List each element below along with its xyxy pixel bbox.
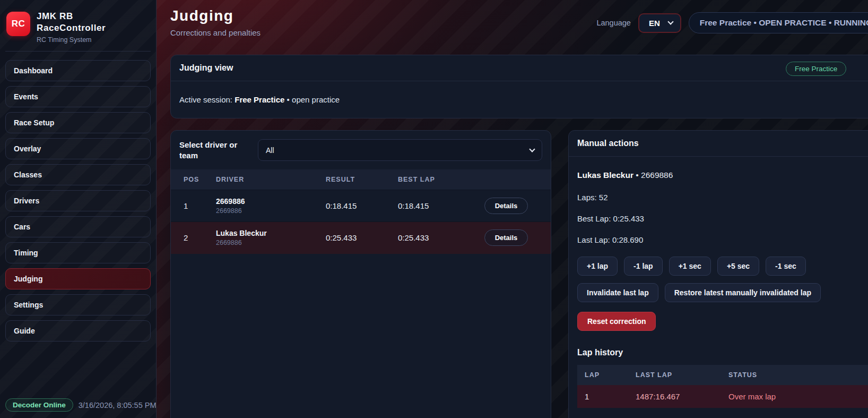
driver-filter-select[interactable]: All [258,139,542,161]
judging-view-card: Judging view Free Practice Active sessio… [170,55,868,118]
sidebar-item-dashboard[interactable]: Dashboard [5,60,151,81]
app-title-block: JMK RB RaceController RC Timing System [37,11,106,44]
sidebar-item-cars[interactable]: Cars [5,216,151,237]
lap-validity-buttons-row: Invalidate last lap Restore latest manua… [577,283,868,302]
driver-filter-value: All [266,146,274,155]
manual-actions-header: Manual actions [569,131,868,157]
reset-correction-button[interactable]: Reset correction [577,312,656,331]
driver-table-body: 1266988626698860:18.4150:18.415Details2L… [171,190,551,254]
app-logo-row: RC JMK RB RaceController RC Timing Syste… [5,10,151,52]
sidebar-item-drivers[interactable]: Drivers [5,190,151,211]
active-session-suffix: • open practice [284,95,340,104]
driver-pos-cell: 1 [171,190,211,222]
manual-actions-body: Lukas Bleckur • 2669886 Laps: 52 Best La… [569,157,868,416]
chevron-down-icon [667,19,673,24]
language-select[interactable]: EN [638,13,681,33]
app-root: RC JMK RB RaceController RC Timing Syste… [0,0,868,418]
lap-history-header-last-lap: LAST LAP [630,365,723,385]
driver-action-cell: Details [472,190,551,222]
active-session-prefix: Active session: [179,95,235,104]
clock-timestamp: 3/16/2026, 8:05:55 PM [79,401,157,410]
driver-table-header-driver: DRIVER [211,169,320,190]
lap-history-title: Lap history [577,348,868,357]
sidebar-item-timing[interactable]: Timing [5,242,151,263]
laps-stat: Laps: 52 [577,193,868,202]
chevron-down-icon [529,146,535,152]
lap-time-cell: 1487:16.467 [630,385,723,408]
driver-best-lap-cell: 0:18.415 [393,190,472,222]
driver-name: Lukas Bleckur [216,229,315,237]
manual-actions-title: Manual actions [577,139,639,148]
driver-name-cell: 26698862669886 [211,190,320,222]
lap-history-header-status: STATUS [723,365,868,385]
driver-result-cell: 0:18.415 [320,190,393,222]
lap-history-header-row: LAPLAST LAPSTATUS [577,365,868,385]
adjust-button-1-lap[interactable]: -1 lap [624,257,663,276]
lap-number-cell: 1 [577,385,630,408]
details-button[interactable]: Details [484,229,528,246]
sidebar-item-classes[interactable]: Classes [5,164,151,185]
sidebar-item-judging[interactable]: Judging [5,268,151,289]
driver-transponder-id: 2669886 [216,239,315,246]
sidebar-item-race-setup[interactable]: Race Setup [5,112,151,133]
app-logo-icon: RC [6,12,30,36]
driver-best-lap-cell: 0:25.433 [393,222,472,254]
adjust-buttons-row: +1 lap-1 lap+1 sec+5 sec-1 sec [577,257,868,276]
driver-table-row: 2Lukas Bleckur26698860:25.4330:25.433Det… [171,222,551,254]
driver-action-cell: Details [472,222,551,254]
sidebar: RC JMK RB RaceController RC Timing Syste… [0,0,157,418]
adjust-button-1-sec[interactable]: -1 sec [766,257,806,276]
lap-history-row: 11487:16.467Over max lap [577,385,868,408]
page-title-block: Judging Corrections and penalties [170,7,261,37]
driver-table-row: 1266988626698860:18.4150:18.415Details [171,190,551,222]
main-area: Judging Corrections and penalties Langua… [157,0,868,418]
selected-driver-id: 2669886 [641,170,673,180]
selected-driver-line: Lukas Bleckur • 2669886 [577,170,868,180]
language-select-value: EN [649,19,660,28]
driver-table-header-row: POSDRIVERRESULTBEST LAP [171,169,551,190]
page-title: Judging [170,7,261,24]
restore-invalidated-lap-button[interactable]: Restore latest manually invalidated lap [665,283,821,302]
driver-name: 2669886 [216,197,315,206]
driver-result-cell: 0:25.433 [320,222,393,254]
judging-view-title: Judging view [179,63,233,72]
decoder-status-badge: Decoder Online [5,398,73,412]
details-button[interactable]: Details [484,198,528,214]
driver-table-header-actions [472,169,551,190]
page-subtitle: Corrections and penalties [170,28,261,37]
adjust-button-5-sec[interactable]: +5 sec [717,257,759,276]
driver-table-header-result: RESULT [320,169,393,190]
sidebar-item-overlay[interactable]: Overlay [5,138,151,159]
manual-actions-card: Manual actions Lukas Bleckur • 2669886 L… [568,130,868,418]
driver-name-cell: Lukas Bleckur2669886 [211,222,320,254]
driver-filter-label: Select driver or team [179,140,248,161]
language-label: Language [596,19,631,27]
adjust-button-1-sec[interactable]: +1 sec [669,257,711,276]
adjust-button-1-lap[interactable]: +1 lap [577,257,618,276]
last-lap-stat: Last Lap: 0:28.690 [577,235,868,244]
driver-panel-card: Select driver or team All POSDRIVERRESUL… [170,130,551,418]
sidebar-item-settings[interactable]: Settings [5,294,151,315]
sidebar-item-guide[interactable]: Guide [5,320,151,342]
sidebar-item-events[interactable]: Events [5,86,151,107]
session-name-badge: Free Practice [786,62,846,76]
lap-history-body: 11487:16.467Over max lap [577,385,868,408]
app-title-line2: RaceController [37,22,106,34]
driver-table-header-best-lap: BEST LAP [393,169,472,190]
lap-history-table: LAPLAST LAPSTATUS 11487:16.467Over max l… [577,365,868,408]
invalidate-last-lap-button[interactable]: Invalidate last lap [577,283,658,302]
content-columns: Select driver or team All POSDRIVERRESUL… [170,130,868,418]
driver-table-header-pos: POS [171,169,211,190]
app-title-line1: JMK RB [37,11,106,22]
topbar: Judging Corrections and penalties Langua… [170,7,868,48]
lap-history-header-lap: LAP [577,365,630,385]
sidebar-nav: DashboardEventsRace SetupOverlayClassesD… [5,60,151,342]
lap-status-cell: Over max lap [723,385,868,408]
best-lap-stat: Best Lap: 0:25.433 [577,214,868,223]
selected-driver-separator: • [633,170,641,180]
judging-view-header: Judging view Free Practice [171,55,868,81]
session-status-pill: Free Practice • OPEN PRACTICE • RUNNING [689,12,868,33]
topbar-right: Language EN Free Practice • OPEN PRACTIC… [596,12,868,33]
active-session-name: Free Practice [235,95,284,104]
sidebar-footer: Decoder Online 3/16/2026, 8:05:55 PM [5,398,151,412]
